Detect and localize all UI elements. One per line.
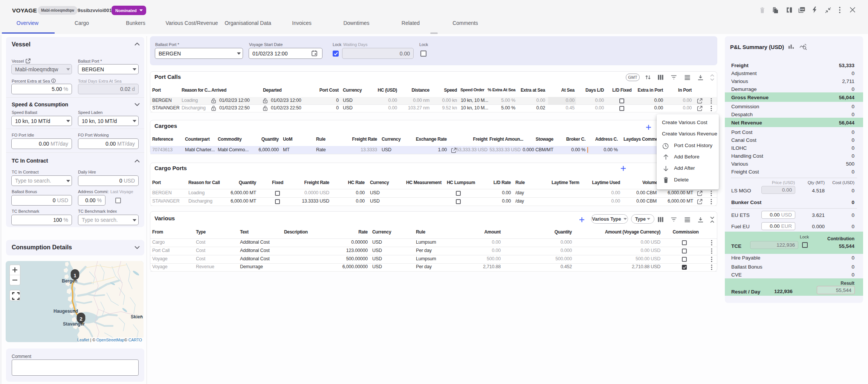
svg-text:Leaflet | © OpenStreetMap© CAR: Leaflet | © OpenStreetMap© CARTO — [77, 338, 142, 342]
svg-text:Skien: Skien — [131, 314, 143, 319]
svg-text:PDF: PDF — [801, 8, 805, 11]
svg-text:2: 2 — [79, 316, 82, 322]
svg-text:Haugesund: Haugesund — [53, 309, 78, 314]
svg-text:1: 1 — [73, 273, 76, 278]
